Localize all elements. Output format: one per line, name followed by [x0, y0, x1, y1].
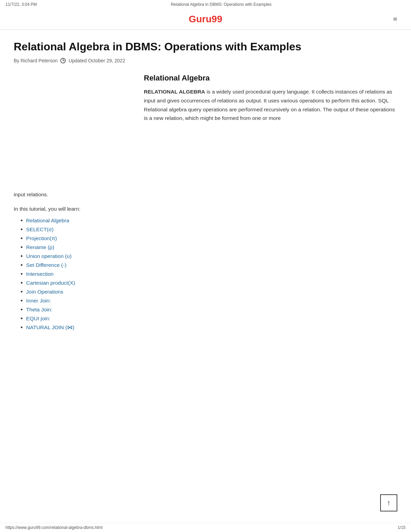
toc-list-item: Join Operations — [21, 289, 397, 295]
article-updated: Updated October 29, 2022 — [68, 58, 125, 63]
toc-link[interactable]: Intersection — [26, 271, 53, 277]
toc-list-item: Inner Join: — [21, 298, 397, 304]
section-heading: Relational Algebra — [144, 74, 397, 83]
toc-link[interactable]: Relational Algebra — [26, 218, 69, 224]
toc-list-item: EQUI join: — [21, 316, 397, 322]
toc-link[interactable]: Theta Join: — [26, 307, 52, 313]
site-logo[interactable]: Guru99 — [189, 14, 222, 25]
clock-icon — [60, 58, 66, 63]
toc-link[interactable]: Projection(π) — [26, 235, 57, 242]
toc-list-item: Projection(π) — [21, 235, 397, 242]
back-to-top-button[interactable]: ↑ — [380, 494, 397, 511]
back-to-top-arrow: ↑ — [387, 498, 391, 507]
toc-link[interactable]: Union operation (υ) — [26, 253, 72, 259]
toc-list-item: Union operation (υ) — [21, 253, 397, 259]
main-content: Relational Algebra in DBMS: Operations w… — [0, 30, 411, 354]
toc-list-item: Set Difference (-) — [21, 262, 397, 268]
article-meta: By Richard Peterson Updated October 29, … — [14, 58, 397, 63]
toc-list-item: SELECT(σ) — [21, 226, 397, 233]
toc-link[interactable]: Inner Join: — [26, 298, 51, 304]
toc-link[interactable]: NATURAL JOIN (⋈) — [26, 324, 74, 331]
browser-bar: 11/7/22, 3:04 PM Relational Algebra in D… — [0, 0, 411, 9]
bottom-pagination: 1/15 — [398, 525, 406, 530]
toc-list-item: Cartesian product(X) — [21, 280, 397, 286]
browser-timestamp: 11/7/22, 3:04 PM — [5, 2, 37, 7]
toc-link[interactable]: Rename (ρ) — [26, 244, 54, 250]
toc-link[interactable]: EQUI join: — [26, 316, 50, 322]
toc-list-item: Rename (ρ) — [21, 244, 397, 250]
site-header: Guru99 ≡ — [0, 9, 411, 30]
intro-bold: RELATIONAL ALGEBRA — [144, 89, 205, 95]
toc-link[interactable]: Cartesian product(X) — [26, 280, 75, 286]
continuation-text: input relations. — [14, 190, 397, 199]
article-title: Relational Algebra in DBMS: Operations w… — [14, 40, 397, 53]
intro-right-column: Relational Algebra RELATIONAL ALGEBRA is… — [144, 74, 397, 183]
browser-page-title: Relational Algebra in DBMS: Operations w… — [171, 2, 272, 7]
intro-section: Relational Algebra RELATIONAL ALGEBRA is… — [14, 74, 397, 183]
tutorial-intro: In this tutorial, you will learn: — [14, 206, 397, 212]
logo-text: Guru — [189, 14, 212, 24]
toc-list-item: NATURAL JOIN (⋈) — [21, 324, 397, 331]
toc-list-item: Theta Join: — [21, 307, 397, 313]
bottom-bar: https://www.guru99.com/relational-algebr… — [0, 523, 411, 532]
toc-list-item: Intersection — [21, 271, 397, 277]
toc-list-item: Relational Algebra — [21, 218, 397, 224]
bottom-url: https://www.guru99.com/relational-algebr… — [5, 525, 102, 530]
toc-list: Relational AlgebraSELECT(σ)Projection(π)… — [21, 218, 397, 331]
hamburger-icon[interactable]: ≡ — [393, 15, 397, 24]
intro-image-area — [14, 74, 130, 183]
logo-accent: 99 — [212, 14, 222, 24]
toc-link[interactable]: Set Difference (-) — [26, 262, 66, 268]
article-author: By Richard Peterson — [14, 58, 58, 63]
toc-link[interactable]: Join Operations — [26, 289, 63, 295]
toc-link[interactable]: SELECT(σ) — [26, 226, 53, 233]
intro-paragraph: RELATIONAL ALGEBRA is a widely used proc… — [144, 87, 397, 122]
